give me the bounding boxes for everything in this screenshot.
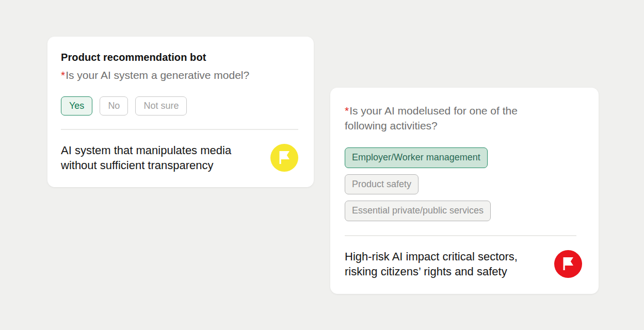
card-title: Product recommendation bot [61, 52, 298, 63]
required-marker: * [345, 105, 349, 117]
option-employer-worker-management[interactable]: Employer/Worker management [345, 147, 488, 168]
required-marker: * [61, 69, 66, 81]
ai-activities-card: *Is your AI modelused for one of the fol… [330, 88, 599, 294]
risk-statement-row: AI system that manipulates media without… [61, 143, 298, 173]
red-flag-badge [554, 250, 582, 278]
risk-statement: AI system that manipulates media without… [61, 143, 231, 173]
divider [61, 129, 298, 130]
risk-statement-row: High-risk AI impact critical sectors, ri… [345, 249, 582, 279]
question-generative-model: *Is your AI system a generative model? [61, 68, 298, 83]
option-no[interactable]: No [100, 96, 128, 116]
risk-statement: High-risk AI impact critical sectors, ri… [345, 249, 518, 279]
question-text: Is your AI modelused for one of the foll… [345, 105, 518, 131]
flag-icon [554, 250, 582, 278]
yellow-flag-badge [270, 144, 298, 172]
option-yes[interactable]: Yes [61, 96, 92, 116]
divider [345, 235, 576, 236]
product-recommendation-card: Product recommendation bot *Is your AI s… [47, 37, 314, 187]
option-product-safety[interactable]: Product safety [345, 174, 418, 195]
option-not-sure[interactable]: Not sure [135, 96, 187, 116]
answer-options-row: Yes No Not sure [61, 96, 298, 116]
option-essential-private-public-services[interactable]: Essential private/public services [345, 201, 491, 221]
question-activities: *Is your AI modelused for one of the fol… [345, 104, 582, 133]
answer-options-column: Employer/Worker management Product safet… [345, 147, 582, 221]
question-text: Is your AI system a generative model? [66, 69, 249, 81]
flag-icon [270, 144, 298, 172]
